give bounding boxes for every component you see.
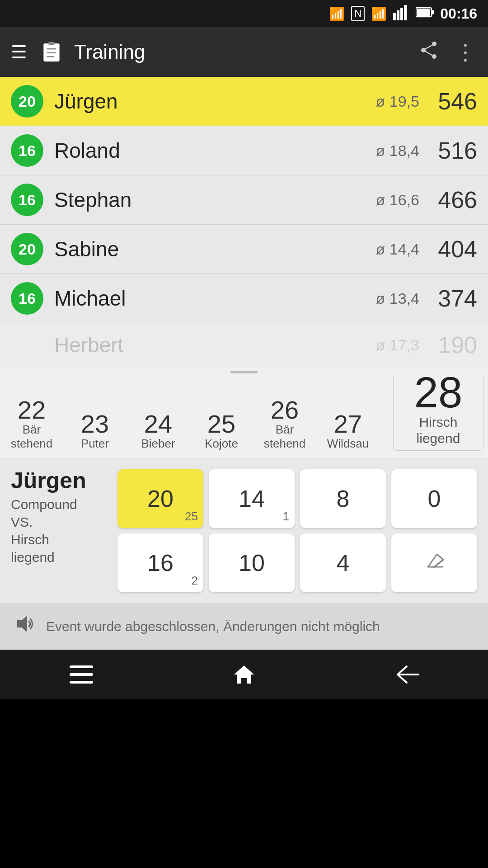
score-herbert: 190: [432, 331, 477, 359]
scroll-indicator: [0, 367, 488, 377]
rank-badge-sabine: 20: [11, 233, 43, 265]
status-bar: 📶 N 📶 00:16: [0, 0, 488, 27]
target-item-27[interactable]: 27 Wildsau: [316, 411, 380, 451]
score-btn-16[interactable]: 16 2: [117, 533, 203, 592]
score-btn-10[interactable]: 10: [209, 533, 295, 592]
score-row-roland[interactable]: 16 Roland ø 18,4 516: [0, 126, 488, 175]
score-jurgen: 546: [432, 88, 477, 115]
svg-rect-0: [393, 13, 396, 20]
share-icon[interactable]: [419, 41, 438, 64]
target-item-22[interactable]: 22 Bärstehend: [0, 397, 63, 451]
app-icon: [38, 38, 65, 66]
status-time: 00:16: [440, 5, 477, 22]
target-label-24: Bieber: [141, 437, 175, 451]
player-name-stephan: Stephan: [54, 188, 376, 212]
player-info: Jürgen CompoundVS.Hirschliegend: [11, 469, 110, 566]
score-row-jurgen[interactable]: 20 Jürgen ø 19,5 546: [0, 77, 488, 126]
target-num-27: 27: [334, 411, 362, 437]
svg-marker-21: [234, 665, 254, 684]
status-icons: 📶 N 📶 00:16: [329, 4, 477, 24]
score-row-herbert[interactable]: Herbert ø 17,3 190: [0, 323, 488, 367]
svg-rect-5: [432, 10, 434, 14]
rank-badge-jurgen: 20: [11, 85, 43, 118]
nav-bar: [0, 650, 488, 699]
app-title: Training: [74, 41, 410, 63]
svg-rect-2: [400, 8, 403, 20]
target-label-23: Puter: [81, 437, 109, 451]
score-stephan: 466: [432, 186, 477, 213]
player-name-roland: Roland: [54, 138, 376, 163]
wifi-icon: 📶: [371, 6, 387, 21]
rank-badge-stephan: 16: [11, 184, 43, 216]
target-num-23: 23: [81, 411, 109, 437]
scoring-panel: Jürgen CompoundVS.Hirschliegend 20 25 14…: [0, 458, 488, 603]
svg-rect-19: [70, 673, 93, 676]
svg-rect-1: [397, 10, 399, 20]
app-bar-actions: ⋮: [419, 39, 477, 65]
svg-line-16: [423, 50, 434, 57]
target-num-24: 24: [144, 411, 172, 437]
rank-badge-roland: 16: [11, 134, 43, 167]
avg-herbert: ø 17,3: [376, 336, 419, 354]
target-label-27: Wildsau: [327, 437, 369, 451]
target-label-22: Bärstehend: [11, 423, 53, 451]
scoring-player-details: CompoundVS.Hirschliegend: [11, 495, 110, 566]
svg-rect-6: [417, 9, 430, 16]
avg-jurgen: ø 19,5: [376, 93, 419, 110]
badge-25: 25: [185, 509, 198, 524]
scoreboard: 20 Jürgen ø 19,5 546 16 Roland ø 18,4 51…: [0, 77, 488, 367]
svg-line-15: [423, 44, 434, 50]
signal-icon: [393, 4, 409, 24]
more-icon[interactable]: ⋮: [455, 39, 477, 65]
nfc-icon: N: [351, 6, 365, 21]
svg-rect-20: [70, 681, 93, 684]
avg-roland: ø 18,4: [376, 142, 419, 160]
score-row-sabine[interactable]: 20 Sabine ø 14,4 404: [0, 225, 488, 274]
menu-icon[interactable]: ☰: [11, 42, 27, 62]
target-num-25: 25: [207, 411, 235, 437]
svg-rect-8: [48, 42, 55, 45]
erase-icon: [424, 551, 444, 575]
target-item-23[interactable]: 23 Puter: [63, 411, 127, 451]
rank-badge-michael: 16: [11, 282, 43, 315]
app-bar: ☰ Training ⋮: [0, 27, 488, 77]
svg-rect-18: [70, 665, 93, 668]
target-scroll[interactable]: 22 Bärstehend 23 Puter 24 Bieber 25 Kojo…: [0, 377, 488, 458]
player-name-sabine: Sabine: [54, 237, 376, 261]
target-num-28: 28: [414, 377, 463, 414]
player-name-michael: Michael: [54, 286, 376, 311]
svg-marker-17: [17, 616, 27, 632]
badge-2: 2: [192, 574, 198, 588]
score-btn-4[interactable]: 4: [300, 533, 386, 592]
score-btn-14[interactable]: 14 1: [209, 469, 295, 528]
target-num-26: 26: [271, 397, 299, 423]
score-row-stephan[interactable]: 16 Stephan ø 16,6 466: [0, 175, 488, 225]
score-sabine: 404: [432, 236, 477, 263]
scoring-player-name: Jürgen: [11, 469, 110, 492]
score-row-michael[interactable]: 16 Michael ø 13,4 374: [0, 274, 488, 323]
player-name-jurgen: Jürgen: [54, 89, 376, 113]
score-btn-8[interactable]: 8: [300, 469, 386, 528]
score-buttons: 20 25 14 1 8 0 16 2 10 4: [117, 469, 477, 592]
score-michael: 374: [432, 285, 477, 312]
avg-michael: ø 13,4: [376, 290, 419, 307]
nav-menu-button[interactable]: [59, 661, 104, 688]
target-item-24[interactable]: 24 Bieber: [127, 411, 190, 451]
target-label-26: Bärstehend: [264, 423, 306, 451]
nav-back-button[interactable]: [384, 661, 429, 688]
score-btn-erase[interactable]: [391, 533, 477, 592]
target-item-28[interactable]: 28 Hirschliegend: [393, 377, 483, 451]
target-label-28: Hirschliegend: [417, 414, 460, 447]
score-btn-20[interactable]: 20 25: [117, 469, 203, 528]
speaker-icon: [14, 612, 37, 641]
notice-text: Event wurde abgeschlossen, Änderungen ni…: [46, 619, 380, 634]
target-item-26[interactable]: 26 Bärstehend: [253, 397, 316, 451]
target-label-25: Kojote: [205, 437, 238, 451]
nav-home-button[interactable]: [221, 661, 267, 688]
score-roland: 516: [432, 137, 477, 164]
target-item-25[interactable]: 25 Kojote: [190, 411, 253, 451]
svg-rect-3: [404, 5, 407, 20]
avg-stephan: ø 16,6: [376, 191, 419, 209]
notice-bar: Event wurde abgeschlossen, Änderungen ni…: [0, 603, 488, 650]
score-btn-0[interactable]: 0: [391, 469, 477, 528]
